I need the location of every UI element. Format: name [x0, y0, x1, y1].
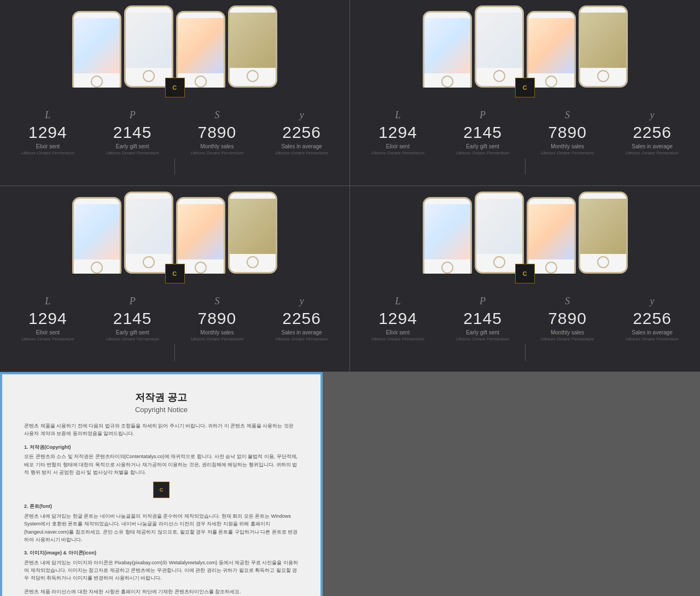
stat-sub: Ultrices Ornare Fermentum: [440, 337, 525, 342]
phone-home-btn: [143, 70, 155, 82]
logo-text: C: [172, 270, 177, 277]
stat-letter: y: [259, 109, 344, 121]
phone-mockup: [228, 5, 277, 88]
stat-number: 1294: [5, 123, 90, 142]
phone-mockup: [527, 197, 576, 274]
phone-mockup: [124, 5, 173, 88]
phone-home-btn: [247, 70, 259, 82]
quadrant-top-left: C L 1294 Elixir sent Ultrices Ornare Fer…: [0, 0, 350, 186]
stat-item-l: L 1294 Elixir sent Ultrices Ornare Ferme…: [355, 296, 440, 342]
stat-label: Sales in average: [610, 329, 695, 335]
stats-row: L 1294 Elixir sent Ultrices Ornare Ferme…: [355, 282, 695, 342]
stat-sub: Ultrices Ornare Fermentum: [525, 337, 610, 342]
stat-sub: Ultrices Ornare Fermentum: [90, 151, 175, 155]
stat-sub: Ultrices Ornare Fermentum: [259, 337, 344, 342]
stat-item-p: P 2145 Early gift sent Ultrices Ornare F…: [440, 296, 525, 342]
stat-number: 7890: [175, 309, 260, 328]
stat-label: Monthly sales: [525, 329, 610, 335]
phone-home-btn: [493, 256, 505, 268]
stat-item-y: y 2256 Sales in average Ultrices Ornare …: [610, 296, 695, 342]
phone-home-btn: [597, 256, 609, 268]
stat-label: Early gift sent: [90, 329, 175, 335]
stat-item-s: S 7890 Monthly sales Ultrices Ornare Fer…: [525, 296, 610, 342]
stat-label: Sales in average: [610, 143, 695, 149]
phone-screen: [178, 18, 224, 73]
quadrant-bottom-left: C L 1294 Elixir sent Ultrices Ornare Fer…: [0, 186, 350, 372]
stat-sub: Ultrices Ornare Fermentum: [610, 151, 695, 155]
phone-home-btn: [597, 70, 609, 82]
stat-sub: Ultrices Ornare Fermentum: [440, 151, 525, 155]
stats-row: L 1294 Elixir sent Ultrices Ornare Ferme…: [355, 96, 695, 155]
stat-letter: L: [355, 109, 440, 121]
phone-home-btn: [91, 76, 103, 88]
stat-label: Monthly sales: [175, 143, 260, 149]
stat-letter: S: [175, 109, 260, 121]
stat-item-l: L 1294 Elixir sent Ultrices Ornare Ferme…: [5, 296, 90, 342]
phone-screen: [528, 18, 574, 73]
stat-label: Early gift sent: [440, 143, 525, 149]
stat-number: 2256: [610, 309, 695, 328]
phone-mockup: [423, 197, 472, 274]
phone-screen: [74, 204, 120, 259]
phone-mockup: [72, 11, 121, 88]
stat-sub: Ultrices Ornare Fermentum: [525, 151, 610, 155]
stats-section-bottom-right: C L 1294 Elixir sent Ultrices Ornare Fer…: [350, 274, 700, 372]
stat-label: Early gift sent: [440, 329, 525, 335]
phone-screen: [126, 199, 172, 254]
copyright-section-body-2: 콘텐츠 내에 담겨있는 한글 폰트는 네이버 나눔글꼴의 저작권을 준수하여 제…: [24, 512, 299, 544]
phone-home-btn: [143, 256, 155, 268]
copyright-title-en: Copyright Notice: [24, 406, 299, 414]
phone-screen: [580, 199, 626, 254]
phone-screen: [74, 18, 120, 73]
stat-sub: Ultrices Ornare Fermentum: [355, 337, 440, 342]
logo-center-bl: C: [165, 264, 185, 283]
stat-item-y: y 2256 Sales in average Ultrices Ornare …: [259, 109, 344, 155]
phone-mockup: [579, 192, 628, 274]
phone-screen: [424, 204, 470, 259]
stat-label: Elixir sent: [5, 143, 90, 149]
logo-text: C: [523, 84, 527, 91]
stat-number: 7890: [175, 123, 260, 142]
connector-line-bottom-left: [174, 344, 175, 361]
stat-item-p: P 2145 Early gift sent Ultrices Ornare F…: [440, 109, 525, 155]
stat-item-s: S 7890 Monthly sales Ultrices Ornare Fer…: [175, 296, 260, 342]
stat-item-p: P 2145 Early gift sent Ultrices Ornare F…: [90, 296, 175, 342]
phone-home-btn: [441, 76, 453, 88]
stat-sub: Ultrices Ornare Fermentum: [355, 151, 440, 155]
phone-home-btn: [545, 262, 557, 274]
stat-letter: S: [525, 109, 610, 121]
stat-label: Elixir sent: [355, 143, 440, 149]
copyright-section-title-2: 2. 폰트(font): [24, 502, 299, 510]
logo-center-right: C: [515, 78, 535, 97]
copyright-footer-text: 콘텐츠 제품 라이선스에 대한 자세한 사항은 홈페이지 하단에 기재한 콘텐츠…: [24, 588, 299, 595]
phone-screen: [230, 13, 276, 68]
stat-number: 2256: [259, 123, 344, 142]
copyright-section-3: 3. 이미지(image) & 아이콘(icon) 콘텐츠 내에 담겨있는 이미…: [24, 549, 299, 582]
stat-letter: L: [5, 109, 90, 121]
phone-mockup: [423, 11, 472, 88]
stats-section-top-right: C L 1294 Elixir sent Ultrices Ornare Fer…: [350, 88, 700, 186]
stat-number: 2145: [90, 309, 175, 328]
stats-row: L 1294 Elixir sent Ultrices Ornare Ferme…: [5, 282, 344, 342]
logo-text: C: [523, 270, 527, 277]
copyright-intro: 콘텐츠 제품을 사용하기 전에 다음의 법규와 조항들을 자세히 읽어 주시기 …: [24, 422, 299, 438]
stat-number: 1294: [355, 123, 440, 142]
copyright-panel: 저작권 공고 Copyright Notice 콘텐츠 제품을 사용하기 전에 …: [0, 372, 323, 596]
stat-sub: Ultrices Ornare Fermentum: [5, 151, 90, 155]
stats-section-bottom-left: C L 1294 Elixir sent Ultrices Ornare Fer…: [0, 274, 349, 372]
stat-item-p: P 2145 Early gift sent Ultrices Ornare F…: [90, 109, 175, 155]
phones-area-top-left: [0, 0, 349, 88]
stat-number: 2145: [90, 123, 175, 142]
stat-letter: y: [610, 109, 695, 121]
phone-mockup: [527, 11, 576, 88]
stat-number: 2256: [610, 123, 695, 142]
stat-label: Elixir sent: [5, 329, 90, 335]
stats-section-top-left: C L 1294 Elixir sent Ultrices Ornare Fer…: [0, 88, 349, 186]
stat-label: Monthly sales: [175, 329, 260, 335]
copyright-section-body-3: 콘텐츠 내에 담겨있는 이미지와 아이콘은 Pixabay(pixabay.co…: [24, 559, 299, 582]
phone-mockup: [579, 5, 628, 88]
gray-area: [323, 372, 700, 596]
phone-mockup: [228, 192, 277, 274]
phone-screen: [476, 13, 522, 68]
quadrant-top-right: C L 1294 Elixir sent Ultrices Ornare Fer…: [350, 0, 700, 186]
